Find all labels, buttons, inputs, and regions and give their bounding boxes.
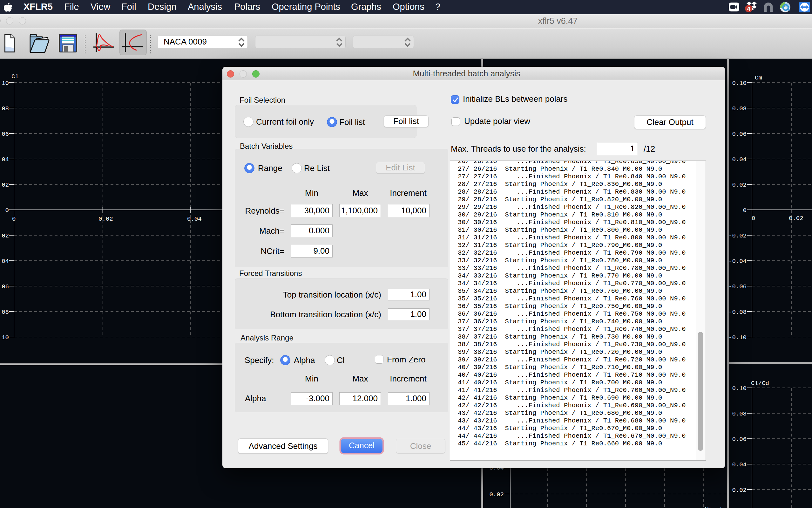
svg-text:0.10: 0.10 xyxy=(732,80,747,87)
svg-text:0.08: 0.08 xyxy=(732,411,747,417)
svg-text:0.04: 0.04 xyxy=(0,156,9,163)
svg-text:-0.08: -0.08 xyxy=(728,309,747,316)
svg-text:0.02: 0.02 xyxy=(732,487,747,494)
svg-text:0.06: 0.06 xyxy=(732,131,747,138)
svg-text:Xtr top: Xtr top xyxy=(705,506,730,508)
svg-text:0: 0 xyxy=(752,215,755,222)
svg-text:0.02: 0.02 xyxy=(98,216,113,222)
svg-text:0.06: 0.06 xyxy=(0,131,9,138)
svg-text:0.02: 0.02 xyxy=(732,181,747,188)
svg-text:0.06: 0.06 xyxy=(732,436,747,443)
svg-text:-0.02: -0.02 xyxy=(0,232,9,239)
svg-text:-0.10: -0.10 xyxy=(728,334,747,341)
svg-text:4: 4 xyxy=(747,5,751,12)
svg-text:0.08: 0.08 xyxy=(0,105,9,112)
svg-text:-0.04: -0.04 xyxy=(0,258,9,265)
svg-text:0.04: 0.04 xyxy=(732,461,747,468)
svg-text:0.02: 0.02 xyxy=(0,181,9,188)
svg-text:0: 0 xyxy=(12,216,15,222)
svg-text:Cm: Cm xyxy=(755,74,762,81)
svg-text:0.04: 0.04 xyxy=(187,216,202,222)
svg-text:0.08: 0.08 xyxy=(732,105,747,112)
svg-text:-0.02: -0.02 xyxy=(728,232,747,239)
svg-text:-0.10: -0.10 xyxy=(0,334,9,341)
svg-text:0.10: 0.10 xyxy=(732,385,747,392)
svg-text:0: 0 xyxy=(5,207,9,214)
svg-text:-0.08: -0.08 xyxy=(0,309,9,316)
svg-text:0.04: 0.04 xyxy=(732,156,747,163)
svg-text:0: 0 xyxy=(743,207,747,214)
svg-text:0.02: 0.02 xyxy=(489,491,504,498)
svg-text:-0.04: -0.04 xyxy=(728,258,747,265)
svg-text:0.02: 0.02 xyxy=(789,215,803,222)
svg-text:-0.06: -0.06 xyxy=(0,283,9,290)
svg-text:Cl/Cd: Cl/Cd xyxy=(751,380,769,387)
svg-text:Cl: Cl xyxy=(11,73,19,80)
svg-text:0.10: 0.10 xyxy=(0,80,9,87)
svg-text:-0.06: -0.06 xyxy=(728,283,747,290)
